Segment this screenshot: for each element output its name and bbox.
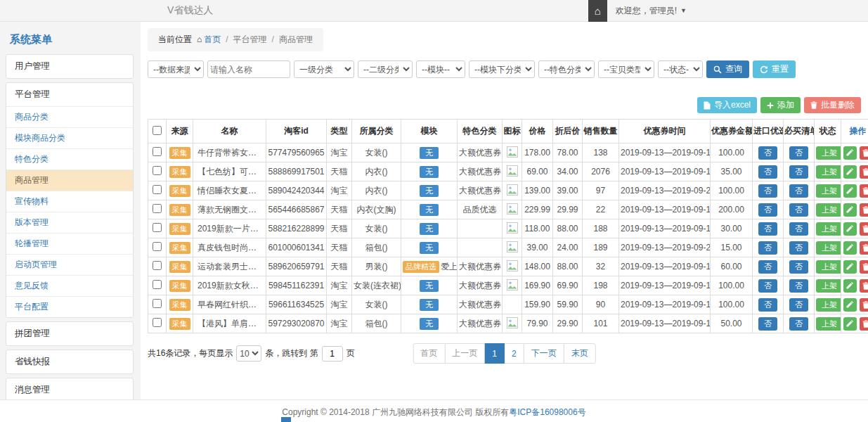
sidebar-item[interactable]: 版本管理: [6, 212, 133, 233]
search-button[interactable]: 查询: [706, 60, 749, 78]
home-button[interactable]: ⌂: [588, 0, 607, 22]
filter-select[interactable]: --宝贝类型--: [598, 60, 654, 78]
edit-button[interactable]: [843, 241, 857, 255]
row-checkbox[interactable]: [153, 242, 162, 251]
select-all-checkbox[interactable]: [153, 126, 162, 135]
edit-button[interactable]: [843, 184, 857, 198]
import-select-button[interactable]: 否: [758, 184, 777, 198]
status-button[interactable]: 上架: [816, 203, 841, 217]
page-button[interactable]: 上一页: [444, 343, 485, 364]
import-select-button[interactable]: 否: [758, 298, 777, 312]
filter-select[interactable]: --二级分类--: [358, 60, 413, 78]
status-button[interactable]: 上架: [816, 146, 841, 160]
delete-button[interactable]: [860, 184, 868, 198]
icp-link[interactable]: 粤ICP备16098006号: [509, 407, 585, 417]
edit-button[interactable]: [843, 298, 857, 312]
delete-button[interactable]: [860, 298, 868, 312]
row-checkbox[interactable]: [153, 223, 162, 232]
sidebar-item[interactable]: 意见反馈: [6, 275, 133, 296]
filter-select[interactable]: 一级分类: [294, 60, 354, 78]
import-select-button[interactable]: 否: [758, 222, 777, 236]
status-button[interactable]: 上架: [816, 279, 841, 293]
must-buy-button[interactable]: 否: [789, 165, 808, 179]
sidebar-item[interactable]: 特色分类: [6, 148, 133, 170]
must-buy-button[interactable]: 否: [789, 298, 808, 312]
edit-button[interactable]: [843, 279, 857, 293]
must-buy-button[interactable]: 否: [789, 279, 808, 293]
delete-button[interactable]: [860, 222, 868, 236]
must-buy-button[interactable]: 否: [789, 317, 808, 331]
import-select-button[interactable]: 否: [758, 146, 777, 160]
sidebar-item[interactable]: 商品管理: [6, 170, 133, 191]
edit-button[interactable]: [843, 146, 857, 160]
sidebar-item[interactable]: 商品分类: [6, 106, 133, 127]
row-checkbox[interactable]: [153, 299, 162, 308]
row-checkbox[interactable]: [153, 166, 162, 175]
sidebar-item[interactable]: 模块商品分类: [6, 127, 133, 148]
breadcrumb-home-link[interactable]: 首页: [204, 34, 221, 44]
page-button[interactable]: 2: [504, 343, 524, 364]
import-select-button[interactable]: 否: [758, 203, 777, 217]
status-button[interactable]: 上架: [816, 317, 841, 331]
status-button[interactable]: 上架: [816, 260, 841, 274]
row-checkbox[interactable]: [153, 204, 162, 213]
page-button[interactable]: 1: [484, 343, 505, 364]
import-excel-button[interactable]: 导入excel: [697, 97, 757, 113]
sidebar-item[interactable]: 平台配置: [6, 296, 133, 317]
must-buy-button[interactable]: 否: [789, 184, 808, 198]
import-select-button[interactable]: 否: [758, 260, 777, 274]
user-menu[interactable]: 欢迎您，管理员! ▼: [607, 0, 695, 21]
edit-button[interactable]: [843, 165, 857, 179]
delete-button[interactable]: [860, 279, 868, 293]
sidebar-item[interactable]: 省钱快报: [6, 350, 133, 373]
row-checkbox[interactable]: [153, 147, 162, 156]
must-buy-button[interactable]: 否: [789, 241, 808, 255]
page-button[interactable]: 末页: [564, 343, 596, 364]
filter-select[interactable]: --模块下分类--: [469, 60, 535, 78]
add-button[interactable]: 添加: [760, 97, 801, 113]
must-buy-button[interactable]: 否: [789, 203, 808, 217]
sidebar-item[interactable]: 宣传物料: [6, 191, 133, 212]
import-select-button[interactable]: 否: [758, 241, 777, 255]
row-checkbox[interactable]: [153, 185, 162, 194]
status-button[interactable]: 上架: [816, 222, 841, 236]
edit-button[interactable]: [843, 222, 857, 236]
sidebar-item[interactable]: 平台管理: [6, 83, 133, 106]
page-button[interactable]: 下一页: [524, 343, 564, 364]
must-buy-button[interactable]: 否: [789, 260, 808, 274]
sidebar-item[interactable]: 用户管理: [6, 55, 133, 78]
page-button[interactable]: 首页: [413, 343, 445, 364]
status-button[interactable]: 上架: [816, 184, 841, 198]
edit-button[interactable]: [843, 317, 857, 331]
status-button[interactable]: 上架: [816, 241, 841, 255]
reset-button[interactable]: 重置: [753, 60, 796, 78]
must-buy-button[interactable]: 否: [789, 146, 808, 160]
edit-button[interactable]: [843, 260, 857, 274]
must-buy-button[interactable]: 否: [789, 222, 808, 236]
row-checkbox[interactable]: [153, 280, 162, 289]
page-size-select[interactable]: 10: [236, 345, 261, 362]
filter-select[interactable]: --模块--: [416, 60, 465, 78]
edit-button[interactable]: [843, 203, 857, 217]
sidebar-item[interactable]: 消息管理: [6, 378, 133, 399]
delete-button[interactable]: [860, 241, 868, 255]
page-jump-input[interactable]: [322, 346, 343, 362]
delete-button[interactable]: [860, 317, 868, 331]
filter-select[interactable]: --状态--: [658, 60, 703, 78]
import-select-button[interactable]: 否: [758, 165, 777, 179]
import-select-button[interactable]: 否: [758, 317, 777, 331]
row-checkbox[interactable]: [153, 318, 162, 327]
delete-button[interactable]: [860, 260, 868, 274]
name-search-input[interactable]: [207, 60, 290, 78]
status-button[interactable]: 上架: [816, 298, 841, 312]
status-button[interactable]: 上架: [816, 165, 841, 179]
filter-select[interactable]: --特色分类--: [538, 60, 595, 78]
sidebar-item[interactable]: 启动页管理: [6, 254, 133, 275]
filter-select[interactable]: --数据来源--: [148, 60, 204, 78]
delete-button[interactable]: [860, 146, 868, 160]
sidebar-item[interactable]: 拼团管理: [6, 322, 133, 345]
bulk-delete-button[interactable]: 批量删除: [804, 97, 861, 113]
row-checkbox[interactable]: [153, 261, 162, 270]
sidebar-item[interactable]: 轮播管理: [6, 233, 133, 254]
delete-button[interactable]: [860, 203, 868, 217]
